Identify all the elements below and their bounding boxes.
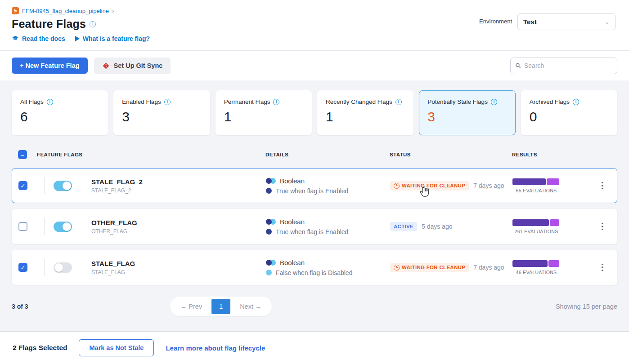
row-menu-button[interactable] (599, 261, 606, 274)
stat-card[interactable]: Recently Changed Flags i 1 (317, 90, 413, 135)
flag-toggle[interactable] (54, 222, 72, 232)
status-time: 7 days ago (473, 264, 504, 271)
column-results: RESULTS (512, 152, 589, 157)
flag-toggle[interactable] (54, 181, 72, 191)
per-page-label: Showing 15 per page (556, 303, 617, 310)
row-checkbox[interactable]: –✓ (18, 263, 27, 272)
row-menu-button[interactable] (599, 179, 606, 192)
flag-variation: True when flag is Enabled (276, 187, 348, 195)
info-icon[interactable]: i (491, 99, 497, 105)
what-is-feature-flag-link[interactable]: What is a feature flag? (75, 35, 150, 42)
page-header: ⚑ FFM-8945_flag_cleanup_pipeline › Featu… (0, 0, 629, 51)
git-sync-icon (102, 62, 110, 70)
row-menu-button[interactable] (599, 220, 606, 233)
header-left: ⚑ FFM-8945_flag_cleanup_pipeline › Featu… (12, 7, 150, 45)
title-info-icon[interactable]: i (90, 21, 96, 27)
flag-row[interactable]: –✓ OTHER_FLAG OTHER_FLAG Boolean True wh… (12, 209, 617, 244)
environment-dropdown[interactable]: Test ⌄ (517, 13, 616, 30)
feature-flags-module-icon: ⚑ (12, 7, 19, 14)
flag-results: 261 EVALUATIONS (512, 219, 560, 234)
flag-type: Boolean (280, 259, 305, 266)
stat-card[interactable]: Archived Flags i 0 (521, 90, 617, 135)
selection-footer: 2 Flags Selected Mark as Not Stale Learn… (0, 331, 629, 364)
stat-value: 1 (326, 109, 405, 124)
flag-type: Boolean (280, 177, 305, 185)
info-icon[interactable]: i (164, 99, 171, 105)
chevron-right-icon: › (112, 7, 114, 14)
column-status: STATUS (390, 152, 512, 157)
status-badge[interactable]: WAITING FOR CLEANUP (390, 263, 469, 272)
flag-variation: False when flag is Disabled (276, 269, 352, 276)
status-badge[interactable]: ACTIVE (390, 222, 417, 231)
git-sync-button[interactable]: Set Up Git Sync (94, 58, 171, 74)
breadcrumb-project-link[interactable]: FFM-8945_flag_cleanup_pipeline (22, 8, 109, 14)
flag-details: Boolean True when flag is Enabled (266, 218, 390, 235)
flag-name[interactable]: STALE_FLAG (91, 260, 266, 267)
play-icon (75, 36, 80, 41)
evaluations-label: 55 EVALUATIONS (512, 188, 560, 193)
stat-label: Archived Flags (530, 98, 570, 105)
read-the-docs-link[interactable]: Read the docs (12, 35, 65, 42)
environment-label: Environment (479, 18, 512, 25)
flag-name[interactable]: OTHER_FLAG (91, 219, 266, 226)
info-icon[interactable]: i (273, 99, 279, 105)
stat-label: Recently Changed Flags (326, 98, 392, 105)
stat-label: All Flags (20, 98, 44, 105)
chevron-down-icon: ⌄ (605, 18, 610, 25)
page-title: Feature Flags (12, 18, 86, 31)
stat-card[interactable]: Enabled Flags i 3 (113, 90, 210, 135)
selected-count-label: 2 Flags Selected (13, 344, 67, 352)
variation-dot-icon (266, 188, 272, 194)
flag-id: STALE_FLAG_2 (91, 187, 266, 194)
info-icon[interactable]: i (47, 99, 53, 105)
stat-card[interactable]: Permanent Flags i 1 (216, 90, 312, 135)
stat-value: 0 (530, 109, 609, 124)
info-icon[interactable]: i (395, 99, 402, 105)
search-input[interactable] (524, 62, 612, 69)
stats-row: All Flags i 6 Enabled Flags i 3 Permanen… (12, 90, 617, 135)
stat-value: 3 (427, 109, 507, 124)
mark-not-stale-button[interactable]: Mark as Not Stale (79, 339, 154, 356)
next-page-button[interactable]: Next → (232, 300, 269, 313)
evaluations-bar (512, 178, 560, 185)
prev-page-button[interactable]: ← Prev (173, 300, 210, 313)
stat-label: Permanent Flags (224, 98, 270, 105)
row-checkbox[interactable]: –✓ (18, 222, 27, 231)
read-the-docs-label: Read the docs (22, 35, 65, 42)
search-icon: ⚲ (513, 61, 523, 71)
stat-value: 3 (122, 109, 201, 124)
flag-name[interactable]: STALE_FLAG_2 (91, 178, 266, 186)
info-icon[interactable]: i (573, 99, 579, 105)
content-area: All Flags i 6 Enabled Flags i 3 Permanen… (0, 80, 629, 331)
pager: ← Prev 1 Next → (170, 297, 272, 316)
clock-icon (394, 183, 400, 189)
flag-type: Boolean (280, 218, 305, 226)
stat-card[interactable]: Potentially Stale Flags i 3 (419, 90, 515, 135)
new-feature-flag-button[interactable]: + New Feature Flag (12, 58, 88, 74)
docs-icon (12, 35, 19, 42)
select-all-checkbox[interactable]: –✓ (18, 150, 27, 159)
flag-row[interactable]: –✓ STALE_FLAG STALE_FLAG Boolean False w… (12, 250, 617, 285)
table-header: –✓ FEATURE FLAGS DETAILS STATUS RESULTS (12, 147, 617, 167)
boolean-type-icon (266, 219, 276, 225)
environment-value: Test (523, 18, 537, 26)
boolean-type-icon (266, 178, 276, 184)
page-1-button[interactable]: 1 (211, 299, 230, 314)
stat-label: Potentially Stale Flags (427, 98, 488, 105)
boolean-type-icon (266, 260, 276, 266)
divider (44, 218, 45, 235)
stat-card[interactable]: All Flags i 6 (12, 90, 108, 135)
evaluations-bar (512, 219, 560, 226)
flag-toggle[interactable] (54, 262, 72, 273)
flag-id: STALE_FLAG (91, 269, 266, 275)
row-checkbox[interactable]: –✓ (18, 181, 27, 190)
variation-dot-icon (266, 229, 272, 235)
status-badge[interactable]: WAITING FOR CLEANUP (390, 181, 469, 191)
breadcrumb: ⚑ FFM-8945_flag_cleanup_pipeline › (12, 7, 150, 14)
what-is-feature-flag-label: What is a feature flag? (83, 35, 150, 42)
flag-lifecycle-link[interactable]: Learn more about flag lifecycle (166, 344, 265, 352)
status-time: 5 days ago (422, 223, 453, 230)
flag-row[interactable]: –✓ STALE_FLAG_2 STALE_FLAG_2 Boolean Tru… (12, 168, 617, 203)
flag-details: Boolean False when flag is Disabled (266, 259, 390, 276)
status-label: WAITING FOR CLEANUP (402, 265, 465, 270)
